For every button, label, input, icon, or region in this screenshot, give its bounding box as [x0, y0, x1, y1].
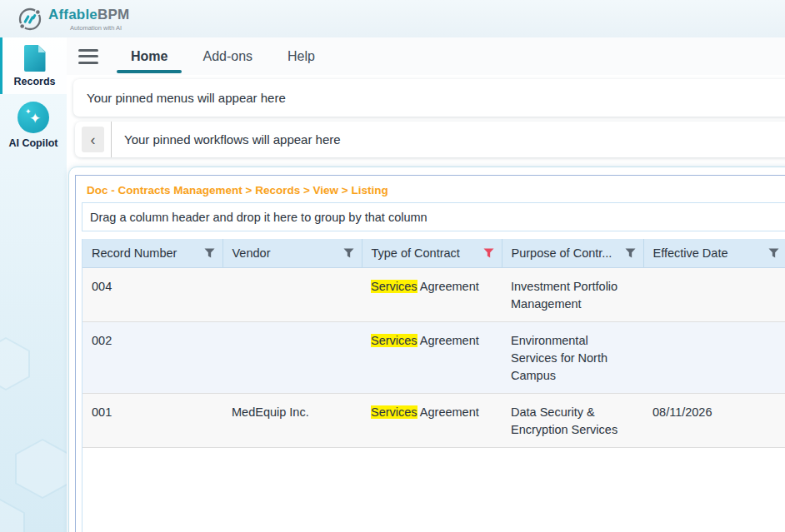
- brand-logo-icon: [17, 6, 43, 32]
- records-listing-card: Doc - Contracts Management > Records > V…: [68, 167, 785, 532]
- column-label: Type of Contract: [372, 246, 460, 260]
- hamburger-icon[interactable]: [78, 49, 98, 64]
- hexagon-watermark: [0, 499, 25, 532]
- sparkle-glyph: ✦: [29, 112, 41, 126]
- cell-vendor: MedEquip Inc.: [222, 394, 362, 448]
- tab-add-ons[interactable]: Add-ons: [185, 39, 270, 73]
- cell-effective-date: [643, 268, 785, 322]
- cell-record-number: 004: [82, 268, 222, 322]
- cell-purpose: Data Security & Encryption Services: [502, 394, 643, 448]
- app-header: AffableBPM Automation with AI: [0, 0, 785, 38]
- app-window: AffableBPM Automation with AI Records ✦ …: [0, 0, 785, 532]
- tab-help[interactable]: Help: [270, 39, 332, 73]
- column-label: Vendor: [232, 246, 271, 260]
- column-header-vendor[interactable]: Vendor: [222, 239, 362, 268]
- column-label: Purpose of Contr...: [512, 246, 612, 260]
- table-header-row: Record Number Vendor Type of Contract: [82, 239, 785, 268]
- column-label: Effective Date: [653, 246, 728, 260]
- ai-sparkles-icon: ✦: [18, 102, 49, 133]
- pinned-workflows-placeholder: Your pinned workflows will appear here: [124, 132, 341, 147]
- main-tab-bar: Home Add-ons Help: [67, 37, 785, 75]
- search-highlight: Services: [371, 405, 418, 419]
- sidebar-item-label: AI Copilot: [8, 137, 58, 149]
- records-document-icon: [24, 45, 46, 72]
- cell-record-number: 002: [82, 322, 222, 394]
- cell-vendor: [222, 268, 362, 322]
- search-highlight: Services: [371, 334, 418, 347]
- brand-tagline: Automation with AI: [48, 24, 129, 32]
- column-header-effective-date[interactable]: Effective Date: [643, 239, 785, 268]
- column-header-type-of-contract[interactable]: Type of Contract: [362, 239, 502, 268]
- pinned-menus-bar: Your pinned menus will appear here: [73, 79, 785, 117]
- column-header-record-number[interactable]: Record Number: [82, 239, 222, 268]
- column-header-purpose-of-contract[interactable]: Purpose of Contr...: [502, 239, 643, 268]
- document-fold: [38, 45, 46, 52]
- filter-funnel-icon[interactable]: [204, 248, 215, 258]
- cell-effective-date: 08/11/2026: [643, 394, 785, 448]
- search-highlight: Services: [371, 280, 418, 293]
- cell-effective-date: [643, 322, 785, 394]
- group-drop-zone[interactable]: Drag a column header and drop it here to…: [82, 202, 785, 231]
- column-label: Record Number: [92, 246, 177, 260]
- table-row[interactable]: 001 MedEquip Inc. Services Agreement Dat…: [82, 394, 785, 448]
- group-hint-text: Drag a column header and drop it here to…: [90, 211, 428, 224]
- cell-purpose: Environmental Services for North Campus: [502, 322, 643, 394]
- cell-type-of-contract: Services Agreement: [362, 394, 502, 448]
- brand-name: AffableBPM Automation with AI: [48, 7, 129, 32]
- table-row[interactable]: 002 Services Agreement Environmental Ser…: [82, 322, 785, 394]
- sidebar: Records ✦ AI Copilot: [0, 37, 67, 532]
- records-table: Record Number Vendor Type of Contract: [82, 239, 785, 448]
- records-table-zone: Record Number Vendor Type of Contract: [82, 239, 785, 532]
- pinned-menus-placeholder: Your pinned menus will appear here: [87, 91, 286, 105]
- divider: [111, 122, 112, 157]
- cell-type-of-contract: Services Agreement: [362, 322, 502, 394]
- brand-name-primary: Affable: [48, 7, 98, 22]
- pinned-workflows-bar: ‹ Your pinned workflows will appear here: [75, 122, 785, 157]
- filter-funnel-icon[interactable]: [343, 248, 354, 258]
- filter-funnel-icon[interactable]: [768, 248, 779, 258]
- filter-funnel-icon[interactable]: [625, 248, 636, 258]
- cell-record-number: 001: [82, 394, 222, 448]
- hexagon-watermark: [15, 439, 67, 499]
- cell-type-of-contract: Services Agreement: [362, 268, 502, 322]
- sidebar-item-records[interactable]: Records: [0, 37, 67, 94]
- filter-funnel-icon-active[interactable]: [483, 248, 494, 258]
- records-grid-panel: Doc - Contracts Management > Records > V…: [75, 175, 785, 532]
- hexagon-watermark: [0, 337, 30, 390]
- chevron-left-icon[interactable]: ‹: [82, 127, 104, 152]
- cell-vendor: [222, 322, 362, 394]
- breadcrumb: Doc - Contracts Management > Records > V…: [82, 176, 785, 202]
- tab-home[interactable]: Home: [113, 39, 185, 73]
- table-row[interactable]: 004 Services Agreement Investment Portfo…: [82, 268, 785, 322]
- sidebar-item-ai-copilot[interactable]: ✦ AI Copilot: [0, 94, 67, 156]
- cell-purpose: Investment Portfolio Management: [502, 268, 643, 322]
- sidebar-item-label: Records: [13, 76, 55, 87]
- brand-name-secondary: BPM: [98, 7, 129, 22]
- brand-logo: AffableBPM Automation with AI: [17, 6, 129, 32]
